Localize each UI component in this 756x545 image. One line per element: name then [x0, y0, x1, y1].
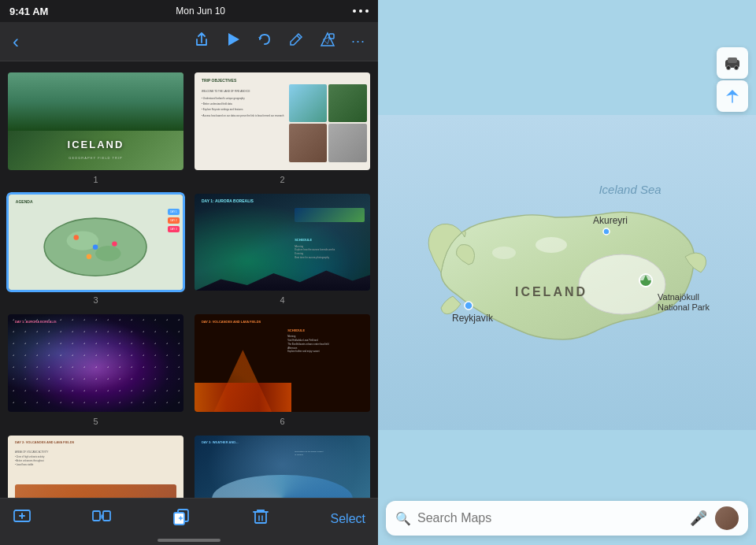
slides-area[interactable]: ICELAND GEOGRAPHY FIELD TRIP 1 TRIP OBJE… — [0, 61, 378, 498]
select-button[interactable]: Select — [331, 512, 365, 526]
toolbar-center: ··· — [194, 32, 365, 51]
svg-point-8 — [74, 235, 79, 239]
slide-item-8[interactable]: DAY 3: WEATHER AND... Information on the… — [193, 434, 372, 498]
slide-item-1[interactable]: ICELAND GEOGRAPHY FIELD TRIP 1 — [6, 71, 185, 184]
svg-rect-15 — [93, 511, 100, 521]
status-dot-2 — [359, 9, 362, 13]
microphone-icon[interactable]: 🎤 — [690, 510, 707, 527]
copy-slide-button[interactable] — [172, 507, 191, 531]
svg-point-9 — [93, 244, 98, 249]
svg-point-28 — [579, 254, 665, 314]
slide-number-6: 6 — [193, 417, 372, 426]
slide-item-6[interactable]: DAY 2: VOLCANOES AND LAVA FIELDS SCHEDUL… — [193, 313, 372, 426]
svg-point-10 — [113, 241, 117, 246]
svg-point-11 — [87, 254, 91, 259]
slide-thumb-5: DAY 1: AURORA BOREALIS — [6, 313, 185, 413]
svg-text:Akureyri: Akureyri — [593, 215, 628, 226]
pen-button[interactable] — [288, 32, 304, 51]
status-dots-left — [353, 9, 369, 13]
slide-thumb-1: ICELAND GEOGRAPHY FIELD TRIP — [6, 71, 185, 172]
slide-item-7[interactable]: DAY 2: VOLCANOES AND LAVA FIELDS AREAS O… — [6, 434, 185, 498]
car-icon — [724, 56, 741, 70]
undo-button[interactable] — [257, 32, 272, 51]
search-input[interactable] — [417, 511, 690, 525]
slide-thumb-7: DAY 2: VOLCANOES AND LAVA FIELDS AREAS O… — [6, 434, 185, 498]
status-time: 9:41 AM — [9, 6, 48, 17]
map-search-bar[interactable]: 🔍 🎤 — [386, 501, 748, 536]
iceland-map-svg: ICELAND Reykjavík Akureyri Vatnajökull N… — [378, 0, 756, 545]
home-indicator — [158, 539, 220, 542]
slides-grid: ICELAND GEOGRAPHY FIELD TRIP 1 TRIP OBJE… — [6, 71, 372, 498]
slide-thumb-4: DAY 1: AURORA BOREALIS SCHEDULE Mo — [193, 192, 372, 293]
status-dot-3 — [365, 9, 369, 13]
transition-button[interactable] — [92, 507, 111, 531]
svg-point-29 — [536, 237, 567, 253]
delete-slide-button[interactable] — [251, 507, 270, 531]
svg-rect-41 — [728, 57, 737, 63]
svg-text:Vatnajökull: Vatnajökull — [658, 292, 699, 302]
svg-text:National Park: National Park — [658, 302, 710, 312]
map-controls — [717, 47, 748, 112]
svg-text:Reykjavík: Reykjavík — [452, 313, 494, 324]
toolbar-left: ‹ — [13, 31, 19, 53]
user-avatar — [715, 506, 739, 530]
location-arrow-icon — [724, 88, 740, 104]
search-icon: 🔍 — [395, 511, 411, 526]
svg-point-43 — [735, 66, 739, 70]
maps-panel: 100% Arctic Circle — [378, 0, 756, 545]
driving-mode-button[interactable] — [717, 47, 748, 79]
svg-point-42 — [727, 66, 731, 70]
svg-line-1 — [297, 35, 300, 39]
svg-point-7 — [96, 246, 121, 261]
svg-point-32 — [603, 228, 610, 235]
shapes-button[interactable] — [320, 32, 335, 51]
status-bar-left: 9:41 AM Mon Jun 10 — [0, 0, 378, 22]
svg-point-30 — [492, 247, 516, 259]
status-dot-1 — [353, 9, 356, 13]
slide-number-5: 5 — [6, 417, 185, 426]
slide-item-5[interactable]: DAY 1: AURORA BOREALIS 5 — [6, 313, 185, 426]
slide-thumb-2: TRIP OBJECTIVES WELCOME TO THE LAND OF F… — [193, 71, 372, 172]
keynote-panel: 9:41 AM Mon Jun 10 ‹ — [0, 0, 378, 545]
svg-marker-0 — [228, 33, 239, 46]
add-slide-button[interactable] — [13, 507, 32, 531]
more-button[interactable]: ··· — [351, 33, 365, 50]
slide-item-3[interactable]: AGENDA — [6, 192, 185, 306]
slide-number-3: 3 — [6, 295, 185, 305]
slide-number-1: 1 — [6, 175, 185, 184]
svg-point-31 — [465, 302, 472, 310]
slide-thumb-6: DAY 2: VOLCANOES AND LAVA FIELDS SCHEDUL… — [193, 313, 372, 413]
bottom-bar: Select — [0, 498, 378, 545]
back-button[interactable]: ‹ — [13, 31, 19, 53]
svg-rect-16 — [103, 511, 110, 521]
slide-item-2[interactable]: TRIP OBJECTIVES WELCOME TO THE LAND OF F… — [193, 71, 372, 184]
play-button[interactable] — [225, 32, 241, 51]
slide-number-2: 2 — [193, 175, 372, 184]
slide-thumb-3: AGENDA — [6, 192, 185, 293]
svg-text:ICELAND: ICELAND — [515, 285, 587, 298]
keynote-toolbar: ‹ — [0, 22, 378, 61]
status-date: Mon Jun 10 — [176, 6, 225, 17]
share-button[interactable] — [194, 32, 209, 51]
svg-rect-21 — [255, 512, 266, 523]
slide-item-4[interactable]: DAY 1: AURORA BOREALIS SCHEDULE Mo — [193, 192, 372, 306]
svg-text:Iceland Sea: Iceland Sea — [598, 183, 661, 196]
location-button[interactable] — [717, 80, 748, 112]
slide-number-4: 4 — [193, 295, 372, 305]
slide-thumb-8: DAY 3: WEATHER AND... Information on the… — [193, 434, 372, 498]
